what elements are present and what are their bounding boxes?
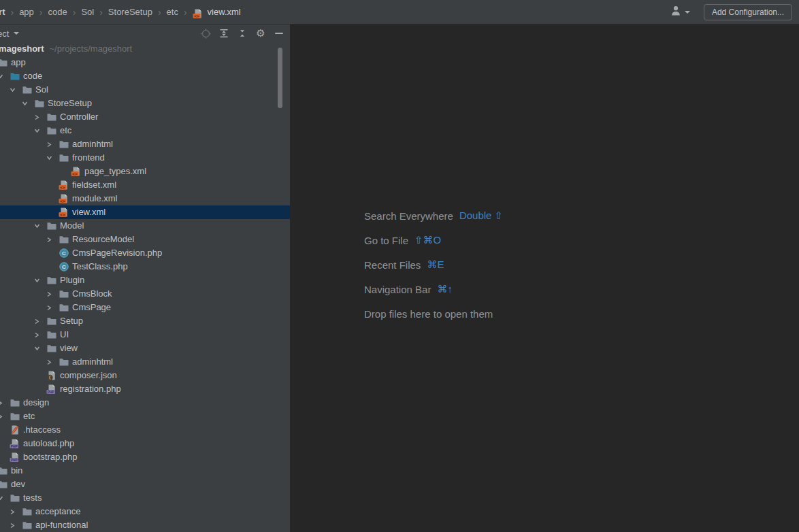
- folder-icon: [46, 112, 57, 122]
- project-tool-window: Project ⚙ mageshort~/projects/mageshorta…: [0, 24, 290, 532]
- collapse-chevron-icon[interactable]: [34, 346, 40, 351]
- tree-item-testclass-php[interactable]: CTestClass.php: [0, 260, 290, 273]
- tree-item-etc[interactable]: etc: [0, 410, 290, 423]
- tree-item-adminhtml[interactable]: adminhtml: [0, 355, 290, 369]
- user-menu[interactable]: [670, 5, 690, 18]
- tree-item-fieldset-xml[interactable]: <>fieldset.xml: [0, 178, 290, 192]
- breadcrumb-item-storesetup[interactable]: StoreSetup: [108, 7, 153, 17]
- breadcrumb-item-view-xml[interactable]: view.xml: [207, 7, 242, 17]
- tree-item-mageshort[interactable]: mageshort~/projects/mageshort: [0, 42, 290, 56]
- shortcut-hint-line: Recent Files⌘E: [364, 252, 503, 277]
- shortcut-label: Go to File: [364, 235, 408, 246]
- collapse-chevron-icon[interactable]: [0, 495, 3, 501]
- shortcut-hint-line: Drop files here to open them: [364, 301, 503, 326]
- collapse-chevron-icon[interactable]: [34, 278, 40, 283]
- folder-icon: [46, 343, 57, 354]
- tree-item-ui[interactable]: UI: [0, 328, 290, 342]
- svg-text:<>: <>: [60, 185, 65, 190]
- shortcut-label: Recent Files: [364, 259, 421, 271]
- expand-chevron-icon[interactable]: [46, 359, 52, 365]
- breadcrumb-separator-icon: ›: [10, 7, 14, 18]
- shortcut-keys: ⇧⌘O: [414, 234, 441, 246]
- collapse-chevron-icon[interactable]: [34, 128, 40, 133]
- tree-item-api-functional[interactable]: api-functional: [0, 518, 290, 532]
- folder-icon: [0, 57, 8, 68]
- tree-item-composer-json[interactable]: composer.json: [0, 369, 290, 382]
- expand-chevron-icon[interactable]: [46, 305, 52, 311]
- collapse-chevron-icon[interactable]: [10, 87, 16, 93]
- tree-item-label: app: [11, 56, 26, 69]
- tree-item-autoload-php[interactable]: PHPautoload.php: [0, 437, 290, 450]
- collapse-chevron-icon[interactable]: [34, 223, 40, 229]
- expand-chevron-icon[interactable]: [0, 414, 3, 420]
- tree-item-dev[interactable]: dev: [0, 478, 290, 491]
- expand-all-icon[interactable]: [218, 27, 230, 39]
- expand-chevron-icon[interactable]: [46, 142, 52, 148]
- tree-item-bin[interactable]: bin: [0, 464, 290, 478]
- breadcrumb-item-mageshort[interactable]: mageshort: [0, 7, 5, 17]
- tree-item-setup[interactable]: Setup: [0, 314, 290, 328]
- tree-item-sol[interactable]: Sol: [0, 83, 290, 97]
- tree-item-label: TestClass.php: [72, 260, 128, 273]
- tree-item-label: Setup: [60, 314, 83, 328]
- tree-item-app[interactable]: app: [0, 56, 290, 69]
- tree-item-cmspage[interactable]: CmsPage: [0, 301, 290, 314]
- php-file-icon: PHP: [46, 384, 57, 395]
- tree-item-controller[interactable]: Controller: [0, 110, 290, 124]
- tree-item-label: UI: [60, 328, 69, 342]
- tree-item-etc[interactable]: etc: [0, 124, 290, 137]
- expand-chevron-icon[interactable]: [34, 332, 39, 338]
- collapse-chevron-icon[interactable]: [0, 73, 3, 79]
- tree-item-resourcemodel[interactable]: ResourceModel: [0, 233, 290, 246]
- tree-item-htaccess[interactable]: .htaccess: [0, 423, 290, 437]
- tree-item-plugin[interactable]: Plugin: [0, 273, 290, 287]
- xml-file-icon: <>: [59, 180, 69, 190]
- breadcrumb-separator-icon: ›: [184, 7, 187, 18]
- tree-item-page-types-xml[interactable]: <>page_types.xml: [0, 165, 290, 178]
- tree-item-tests[interactable]: tests: [0, 491, 290, 505]
- breadcrumb-item-app[interactable]: app: [18, 7, 35, 17]
- tree-item-label: Plugin: [60, 273, 84, 287]
- expand-chevron-icon[interactable]: [0, 400, 3, 406]
- collapse-chevron-icon[interactable]: [22, 101, 28, 106]
- tree-item-cmspagerevision-php[interactable]: CCmsPageRevision.php: [0, 246, 290, 260]
- tree-item-storesetup[interactable]: StoreSetup: [0, 97, 290, 110]
- breadcrumb-item-code[interactable]: code: [48, 7, 68, 17]
- tree-item-frontend[interactable]: frontend: [0, 151, 290, 165]
- tree-item-code[interactable]: code: [0, 69, 290, 83]
- tree-item-cmsblock[interactable]: CmsBlock: [0, 287, 290, 301]
- project-root-path: ~/projects/mageshort: [49, 44, 132, 54]
- tree-item-acceptance[interactable]: acceptance: [0, 505, 290, 518]
- collapse-all-icon[interactable]: [236, 27, 248, 39]
- tree-item-view-xml[interactable]: <>view.xml: [0, 205, 290, 219]
- tree-item-module-xml[interactable]: <>module.xml: [0, 192, 290, 205]
- svg-text:PHP: PHP: [11, 445, 18, 448]
- tree-item-registration-php[interactable]: PHPregistration.php: [0, 382, 290, 396]
- folder-icon: [46, 125, 57, 136]
- expand-chevron-icon[interactable]: [46, 291, 52, 297]
- htaccess-file-icon: [10, 425, 20, 435]
- expand-chevron-icon[interactable]: [10, 522, 15, 529]
- tree-scrollbar-thumb[interactable]: [278, 48, 282, 108]
- expand-chevron-icon[interactable]: [10, 509, 15, 515]
- project-view-selector[interactable]: Project: [0, 24, 19, 42]
- tree-item-model[interactable]: Model: [0, 219, 290, 233]
- locate-icon[interactable]: [199, 27, 212, 39]
- tree-item-design[interactable]: design: [0, 396, 290, 410]
- folder-icon: [10, 493, 20, 503]
- folder-icon: [59, 152, 69, 163]
- settings-gear-icon[interactable]: ⚙: [255, 27, 267, 39]
- tree-item-bootstrap-php[interactable]: PHPbootstrap.php: [0, 450, 290, 464]
- expand-chevron-icon[interactable]: [46, 237, 52, 243]
- hide-panel-icon[interactable]: [273, 27, 285, 39]
- svg-text:PHP: PHP: [48, 390, 55, 394]
- svg-text:<>: <>: [60, 199, 65, 204]
- expand-chevron-icon[interactable]: [34, 318, 39, 325]
- breadcrumb-item-etc[interactable]: etc: [166, 7, 179, 17]
- tree-item-view[interactable]: view: [0, 342, 290, 355]
- breadcrumb-item-sol[interactable]: Sol: [80, 7, 95, 17]
- tree-item-adminhtml[interactable]: adminhtml: [0, 137, 290, 151]
- collapse-chevron-icon[interactable]: [46, 155, 52, 161]
- expand-chevron-icon[interactable]: [34, 114, 39, 120]
- add-configuration-button[interactable]: Add Configuration...: [704, 4, 792, 20]
